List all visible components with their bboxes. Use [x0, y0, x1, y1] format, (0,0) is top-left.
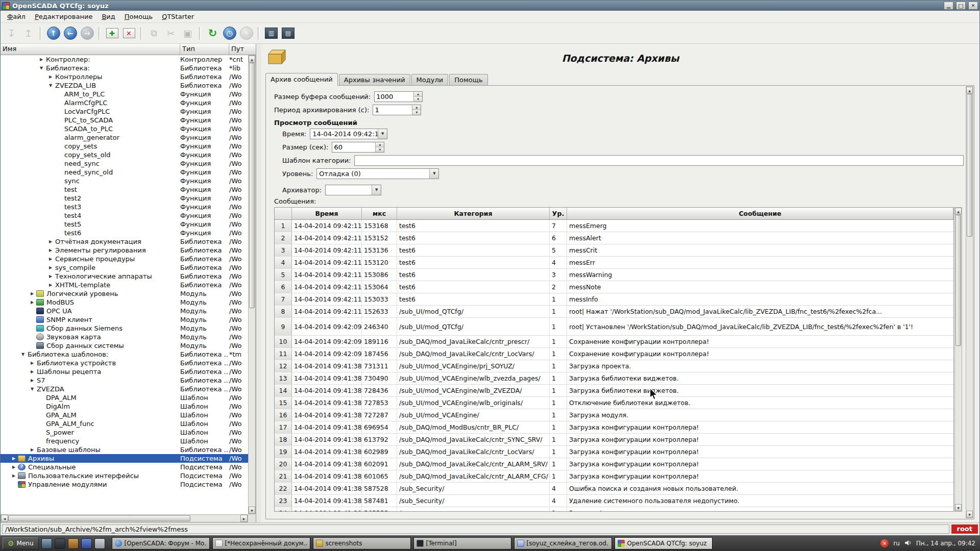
- message-row[interactable]: 2014-04-2014 09:41:38602091/sub_DAQ/mod_…: [275, 458, 953, 470]
- tree-item[interactable]: Управление модулямиПодсистема/Wo: [1, 480, 248, 489]
- archiving-period-input[interactable]: [373, 105, 412, 115]
- scroll-track[interactable]: [955, 215, 962, 504]
- message-row[interactable]: 1514-04-2014 09:41:38727853/sub_UI/mod_V…: [275, 397, 953, 409]
- message-row[interactable]: 1114-04-2014 09:42:09187456/sub_DAQ/mod_…: [275, 348, 953, 360]
- message-row[interactable]: 1614-04-2014 09:41:38727287/sub_UI/mod_V…: [275, 409, 953, 421]
- tree-item[interactable]: SNMP клиентМодуль/Wo: [1, 315, 248, 324]
- tree-item[interactable]: Сбор данных системыМодуль/Wo: [1, 341, 248, 350]
- expander-toggle-icon[interactable]: [37, 64, 45, 72]
- tree-item[interactable]: Базовые шаблоныБиблиотека .../Wo: [1, 445, 248, 454]
- clock[interactable]: Пн., 14 апр., 09:42: [916, 540, 975, 547]
- message-row[interactable]: 1214-04-2014 09:41:38731311/sub_UI/mod_V…: [275, 360, 953, 372]
- keyboard-layout-indicator[interactable]: ru: [893, 540, 900, 547]
- message-row[interactable]: 1314-04-2014 09:41:38730490/sub_UI/mod_V…: [275, 372, 953, 385]
- minimize-button[interactable]: [944, 2, 953, 10]
- maximize-button[interactable]: [956, 2, 966, 10]
- view-size-spinbox[interactable]: [332, 142, 384, 153]
- message-row[interactable]: 514-04-2014 09:42:11153086test63messWarn…: [275, 269, 953, 281]
- tree-item[interactable]: syncФункция/Wo: [1, 177, 248, 185]
- taskbar-task-6[interactable]: OpenSCADA QTCfg: soyuz: [615, 537, 713, 549]
- expander-toggle-icon[interactable]: [46, 263, 55, 272]
- tree-item[interactable]: frequencyШаблон/Wo: [1, 437, 248, 445]
- message-row[interactable]: 214-04-2014 09:42:11153152test66messAler…: [275, 232, 953, 244]
- scroll-thumb[interactable]: [967, 94, 972, 237]
- column-header-1[interactable]: Время: [292, 208, 362, 219]
- tab-value-archives[interactable]: Архивы значений: [339, 74, 410, 85]
- category-template-input[interactable]: [354, 155, 964, 166]
- user-badge[interactable]: root: [951, 524, 978, 534]
- tree-item[interactable]: S7Библиотека .../Wo: [1, 376, 248, 385]
- scroll-up-arrow[interactable]: [955, 208, 962, 215]
- expander-toggle-icon[interactable]: [28, 376, 36, 385]
- tree-item[interactable]: need_syncФункция/Wo: [1, 159, 248, 168]
- tree-item[interactable]: copy_setsФункция/Wo: [1, 142, 248, 151]
- tree-item[interactable]: Элементы регулированияБиблиотека/Wo: [1, 246, 248, 255]
- tree-item[interactable]: test5Функция/Wo: [1, 220, 248, 229]
- column-header-5[interactable]: Сообщение: [567, 208, 953, 219]
- tree-item[interactable]: Сбор данных SiemensМодуль/Wo: [1, 324, 248, 333]
- show-desktop-icon[interactable]: [41, 538, 52, 549]
- tree-item[interactable]: GPA_ALMШаблон/Wo: [1, 411, 248, 419]
- content-vertical-scrollbar[interactable]: [966, 86, 973, 518]
- buffer-size-input[interactable]: [375, 92, 413, 102]
- tree-item[interactable]: XHTML-templateБиблиотека/Wo: [1, 281, 248, 289]
- path-column-header[interactable]: Пут: [229, 44, 256, 55]
- tree-item[interactable]: Библиотека устройствБиблиотека .../Wo: [1, 359, 248, 367]
- scroll-down-arrow[interactable]: [966, 511, 973, 518]
- spin-down-arrow[interactable]: [414, 97, 422, 102]
- tree-item[interactable]: ARM_to_PLCФункция/Wo: [1, 90, 248, 98]
- table-vertical-scrollbar[interactable]: [954, 207, 962, 512]
- message-row[interactable]: 1714-04-2014 09:41:38696954/sub_DAQ/mod_…: [275, 421, 953, 434]
- launcher-icon-2[interactable]: [68, 538, 79, 549]
- taskbar-task-1[interactable]: [OpenSCADA: Форум - Мо...: [112, 537, 210, 549]
- menu-edit[interactable]: Редактирование: [30, 11, 97, 22]
- tree-item[interactable]: Пользовательские интерфейсыПодсистема/Wo: [1, 471, 248, 480]
- add-item-icon[interactable]: ✚: [104, 26, 120, 41]
- view-time-combo[interactable]: 14-04-2014 09:42:14: [310, 129, 387, 139]
- scroll-thumb[interactable]: [8, 515, 190, 521]
- message-row[interactable]: 2214-04-2014 09:41:38587528/sub_Security…: [275, 483, 953, 495]
- menu-help[interactable]: Помощь: [120, 11, 157, 22]
- tree-item[interactable]: ZVEZDAБиблиотека .../Wo: [1, 385, 248, 393]
- scroll-down-arrow[interactable]: [955, 504, 962, 511]
- launcher-icon-3[interactable]: [81, 538, 92, 549]
- column-header-0[interactable]: [275, 208, 292, 219]
- tree-item[interactable]: Контроллер:Контроллер*cnt: [1, 55, 248, 64]
- tree-item[interactable]: sys_compileБиблиотека/Wo: [1, 263, 248, 272]
- expander-toggle-icon[interactable]: [10, 454, 18, 463]
- expander-toggle-icon[interactable]: [10, 463, 18, 471]
- tree-item[interactable]: GPA_ALM_funcШаблон/Wo: [1, 419, 248, 428]
- taskbar-task-4[interactable]: [Terminal]: [413, 537, 511, 549]
- expander-toggle-icon[interactable]: [28, 359, 36, 367]
- scroll-down-arrow[interactable]: [249, 507, 255, 514]
- tree-item[interactable]: DPA_ALMШаблон/Wo: [1, 393, 248, 402]
- taskbar-task-2[interactable]: [*Несохранённый докум...: [212, 537, 310, 549]
- scroll-track[interactable]: [8, 515, 240, 522]
- expander-toggle-icon[interactable]: [28, 367, 36, 376]
- tab-modules[interactable]: Модули: [411, 74, 449, 85]
- message-row[interactable]: 614-04-2014 09:42:11153064test62messNote: [275, 281, 953, 293]
- spin-up-arrow[interactable]: [412, 105, 421, 110]
- tree-item[interactable]: PLC_to_SCADAФункция/Wo: [1, 116, 248, 124]
- tree-item[interactable]: Сервисные процедурыБиблиотека/Wo: [1, 255, 248, 263]
- expander-toggle-icon[interactable]: [46, 246, 55, 255]
- start-menu-button[interactable]: Menu: [3, 537, 39, 549]
- scroll-thumb[interactable]: [249, 63, 255, 308]
- launcher-icon-1[interactable]: [55, 538, 65, 549]
- chevron-down-icon[interactable]: [378, 129, 387, 139]
- message-row[interactable]: 1914-04-2014 09:41:38602989/sub_DAQ/mod_…: [275, 446, 953, 458]
- menu-file[interactable]: Файл: [3, 11, 30, 22]
- tree-item[interactable]: testФункция/Wo: [1, 185, 248, 194]
- tree-item[interactable]: OPC UAМодуль/Wo: [1, 307, 248, 315]
- tree-item[interactable]: test6Функция/Wo: [1, 229, 248, 237]
- panel-splitter[interactable]: [256, 44, 261, 522]
- message-row[interactable]: 114-04-2014 09:42:11153168test67messEmer…: [275, 220, 953, 232]
- tree-item[interactable]: Логический уровеньМодуль/Wo: [1, 289, 248, 298]
- tree-item[interactable]: КонтроллерыБиблиотека/Wo: [1, 72, 248, 81]
- tree-item[interactable]: DigAlmШаблон/Wo: [1, 402, 248, 411]
- expander-toggle-icon[interactable]: [28, 289, 36, 298]
- archiver-combo[interactable]: [325, 185, 381, 195]
- scroll-track[interactable]: [966, 94, 973, 511]
- message-row[interactable]: 414-04-2014 09:42:11153120test64messErr: [275, 257, 953, 269]
- tree-item[interactable]: Отчётная документацияБиблиотека/Wo: [1, 237, 248, 246]
